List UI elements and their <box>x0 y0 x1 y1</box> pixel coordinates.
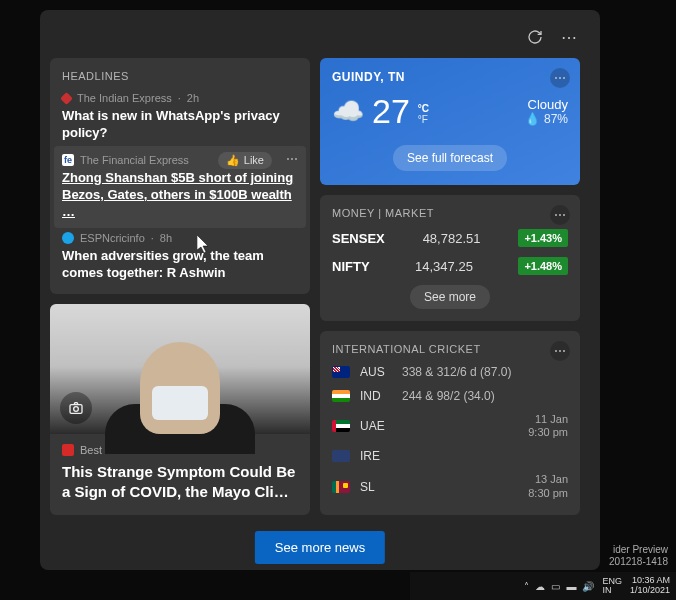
news-age: 8h <box>160 232 172 244</box>
match-date: 13 Jan <box>528 473 568 486</box>
like-button[interactable]: 👍 Like <box>218 152 272 169</box>
news-headline: Zhong Shanshan $5B short of joining Bezo… <box>62 170 298 221</box>
news-headline: This Strange Symptom Could Be a Sign of … <box>62 462 298 501</box>
source-icon: fe <box>62 154 74 166</box>
card-more-icon[interactable]: ⋯ <box>550 205 570 225</box>
news-item[interactable]: The Indian Express · 2h What is new in W… <box>62 92 298 142</box>
unit-celsius[interactable]: °C <box>418 103 429 114</box>
weather-condition: Cloudy <box>525 97 568 112</box>
volume-icon[interactable]: 🔊 <box>582 581 594 592</box>
see-more-button[interactable]: See more <box>410 285 490 309</box>
news-item[interactable]: ESPNcricinfo · 8h When adversities grow,… <box>62 232 298 282</box>
team-code: AUS <box>360 365 392 379</box>
headlines-card: HEADLINES The Indian Express · 2h What i… <box>50 58 310 294</box>
weather-humidity: 87% <box>544 112 568 126</box>
index-change: +1.43% <box>518 229 568 247</box>
weather-card[interactable]: ⋯ GUINDY, TN ☁️ 27 °C °F Cloudy 💧87% <box>320 58 580 185</box>
news-headline: What is new in WhatsApp's privacy policy… <box>62 108 298 142</box>
index-name: NIFTY <box>332 259 370 274</box>
news-image <box>50 304 310 434</box>
match-date: 11 Jan <box>528 413 568 426</box>
cricket-row[interactable]: UAE 11 Jan 9:30 pm <box>332 413 568 439</box>
headlines-title: HEADLINES <box>62 70 298 82</box>
team-code: UAE <box>360 419 392 433</box>
svg-point-1 <box>74 407 79 412</box>
team-score: 338 & 312/6 d (87.0) <box>402 365 511 379</box>
svg-rect-0 <box>70 405 82 414</box>
onedrive-icon[interactable]: ☁ <box>535 581 545 592</box>
news-headline: When adversities grow, the team comes to… <box>62 248 298 282</box>
source-name: The Indian Express <box>77 92 172 104</box>
index-change: +1.48% <box>518 257 568 275</box>
team-code: IRE <box>360 449 392 463</box>
source-icon <box>62 232 74 244</box>
thumbs-up-icon: 👍 <box>226 154 240 167</box>
news-age: 2h <box>187 92 199 104</box>
source-icon <box>60 92 73 105</box>
clock[interactable]: 10:36 AM1/10/2021 <box>630 576 670 596</box>
index-value: 48,782.51 <box>423 231 481 246</box>
card-more-icon[interactable]: ⋯ <box>550 68 570 88</box>
flag-icon <box>332 420 350 432</box>
cricket-card: ⋯ INTERNATIONAL CRICKET AUS 338 & 312/6 … <box>320 331 580 515</box>
cricket-row[interactable]: IND 244 & 98/2 (34.0) <box>332 389 568 403</box>
team-code: SL <box>360 480 392 494</box>
panel-more-icon[interactable]: ⋯ <box>558 26 580 48</box>
flag-icon <box>332 450 350 462</box>
source-icon <box>62 444 74 456</box>
cricket-title: INTERNATIONAL CRICKET <box>332 343 568 355</box>
language-indicator[interactable]: ENGIN <box>602 577 622 595</box>
match-time: 8:30 pm <box>528 487 568 500</box>
see-forecast-button[interactable]: See full forecast <box>393 145 507 171</box>
market-title: MONEY | MARKET <box>332 207 568 219</box>
flag-icon <box>332 390 350 402</box>
news-item[interactable]: fe The Financial Express 👍 Like ⋯ Zhong … <box>54 146 306 229</box>
index-value: 14,347.25 <box>415 259 473 274</box>
taskbar[interactable]: ˄ ☁ ▭ ▬ 🔊 ENGIN 10:36 AM1/10/2021 <box>410 572 676 600</box>
cricket-row[interactable]: SL 13 Jan 8:30 pm <box>332 473 568 499</box>
team-score: 244 & 98/2 (34.0) <box>402 389 495 403</box>
refresh-icon[interactable] <box>524 26 546 48</box>
droplet-icon: 💧 <box>525 112 540 126</box>
watermark: ider Preview 201218-1418 <box>609 544 668 568</box>
market-row[interactable]: SENSEX 48,782.51 +1.43% <box>332 229 568 247</box>
cloud-icon: ☁️ <box>332 96 364 127</box>
market-card: ⋯ MONEY | MARKET SENSEX 48,782.51 +1.43%… <box>320 195 580 321</box>
source-name: ESPNcricinfo <box>80 232 145 244</box>
network-icon[interactable]: ▭ <box>551 581 560 592</box>
chevron-up-icon[interactable]: ˄ <box>524 581 529 592</box>
cricket-row[interactable]: AUS 338 & 312/6 d (87.0) <box>332 365 568 379</box>
cricket-row[interactable]: IRE <box>332 449 568 463</box>
match-time: 9:30 pm <box>528 426 568 439</box>
source-name: The Financial Express <box>80 154 189 166</box>
weather-temp: 27 <box>372 92 410 131</box>
card-more-icon[interactable]: ⋯ <box>550 341 570 361</box>
unit-fahrenheit[interactable]: °F <box>418 114 429 125</box>
photo-news-card[interactable]: Best Life This Strange Symptom Could Be … <box>50 304 310 515</box>
see-more-news-button[interactable]: See more news <box>255 531 385 564</box>
team-code: IND <box>360 389 392 403</box>
item-more-icon[interactable]: ⋯ <box>286 152 298 166</box>
camera-icon <box>60 392 92 424</box>
flag-icon <box>332 366 350 378</box>
battery-icon[interactable]: ▬ <box>566 581 576 592</box>
flag-icon <box>332 481 350 493</box>
index-name: SENSEX <box>332 231 385 246</box>
weather-location: GUINDY, TN <box>332 70 568 84</box>
market-row[interactable]: NIFTY 14,347.25 +1.48% <box>332 257 568 275</box>
